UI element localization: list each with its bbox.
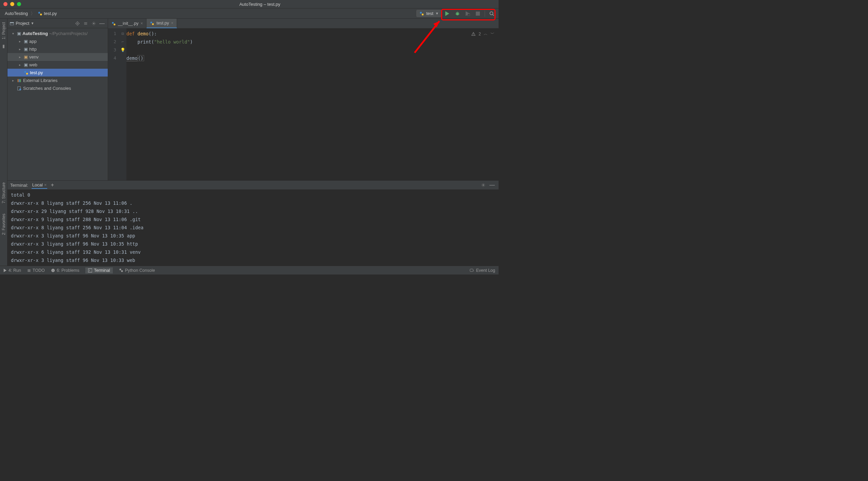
svg-point-34 [19,88,21,90]
chevron-down-icon[interactable]: ▼ [31,21,34,25]
run-button[interactable] [442,9,452,18]
project-tool-button[interactable]: 1: Project [1,22,6,39]
svg-point-19 [77,23,78,24]
function-name: demo [138,31,149,36]
status-run[interactable]: 4: Run [3,268,21,273]
tab-label: __init__.py [118,21,138,26]
tree-file-testpy[interactable]: test.py [7,69,108,77]
close-tab-icon[interactable]: × [140,21,143,26]
status-event-log[interactable]: Event Log [470,268,495,273]
inspection-widget[interactable]: 2 ︿ ﹀ [471,31,494,37]
terminal-icon [88,268,92,272]
tree-folder-web[interactable]: ▸ ▣ web [7,61,108,69]
inspection-count: 2 [479,32,481,36]
chevron-up-icon[interactable]: ︿ [484,31,488,37]
structure-tool-button[interactable]: 7: Structure [1,182,6,203]
close-window-button[interactable] [3,2,7,6]
close-tab-icon[interactable]: × [171,21,173,26]
tree-folder-http[interactable]: ▸ ▣ http [7,45,108,53]
terminal-body[interactable]: total 0 drwxr-xr-x 8 liyang staff 256 No… [7,189,499,266]
chevron-right-icon[interactable]: ▸ [19,63,22,67]
chevron-down-icon[interactable]: ﹀ [490,31,494,37]
fold-marker-icon[interactable]: ⌐ [119,38,126,46]
folder-icon: ▣ [24,39,28,44]
line-number: 1 [108,30,116,38]
tree-root-label: AutoTesting [22,31,48,36]
svg-rect-13 [476,12,480,16]
expand-all-button[interactable] [82,20,89,27]
breadcrumb-root[interactable]: AutoTesting [5,11,28,16]
folder-icon: ▣ [24,62,28,67]
minimize-window-button[interactable] [10,2,14,6]
run-toolbar: test ▼ [416,9,497,18]
list-icon: ≣ [27,268,31,273]
tab-test[interactable]: test.py × [146,19,177,28]
terminal-header: Terminal: Local × + — [7,181,499,189]
maximize-window-button[interactable] [17,2,21,6]
sidebar-header: Project ▼ — [7,19,108,28]
tab-init[interactable]: __init__.py × [108,19,146,28]
add-terminal-button[interactable]: + [51,182,54,188]
titlebar: AutoTesting – test.py [0,0,499,9]
project-icon [10,21,14,26]
stop-button[interactable] [473,9,483,18]
tree-folder-app[interactable]: ▸ ▣ app [7,37,108,45]
svg-rect-35 [112,22,114,23]
breadcrumb-separator-icon: 〉 [31,11,35,17]
traffic-lights [3,2,21,6]
folder-icon: ▣ [17,31,21,36]
tree-folder-venv[interactable]: ▸ ▣ venv [7,53,108,61]
svg-line-10 [458,12,459,13]
terminal-line: drwxr-xr-x 8 liyang staff 256 Nov 13 11:… [11,223,496,232]
status-todo[interactable]: ≣ TODO [27,268,45,273]
tree-item-label: Scratches and Consoles [23,86,71,91]
fold-minus-icon[interactable]: ⊟ [119,30,126,38]
favorites-tool-button[interactable]: 2: Favorites [1,214,6,235]
status-problems[interactable]: ! 6: Problems [51,268,80,273]
tree-item-label: venv [29,54,38,60]
code-content[interactable]: def demo(): print("hello world") demo() [126,28,499,180]
chevron-right-icon[interactable]: ▸ [19,55,22,59]
svg-rect-3 [422,14,423,15]
locate-button[interactable] [74,20,81,27]
python-icon [119,268,123,272]
svg-rect-17 [10,22,14,23]
run-config-dropdown[interactable]: test ▼ [416,10,442,17]
sidebar-title[interactable]: Project [16,21,29,26]
chevron-right-icon[interactable]: ▸ [12,79,16,82]
breadcrumb-file[interactable]: test.py [44,11,57,16]
tree-item-label: http [29,47,37,52]
chevron-right-icon[interactable]: ▸ [19,39,22,43]
terminal-tab-local[interactable]: Local × [32,182,48,189]
svg-line-15 [493,14,494,16]
chevron-right-icon[interactable]: ▸ [19,47,22,51]
python-file-icon [24,70,29,75]
svg-point-27 [93,23,94,24]
settings-button[interactable] [90,20,98,27]
gutter-icons: ⊟ ⌐ 💡 [119,28,126,180]
tree-external-libraries[interactable]: ▸ External Libraries [7,77,108,84]
svg-rect-36 [114,23,116,25]
status-python-console[interactable]: Python Console [119,268,155,273]
run-coverage-button[interactable] [463,9,472,18]
editor-tabs: __init__.py × test.py × [108,19,499,28]
search-everywhere-button[interactable] [487,9,497,18]
library-icon [17,78,22,83]
bookmark-icon[interactable]: ▮ [2,44,5,49]
debug-button[interactable] [453,9,462,18]
project-tree[interactable]: ▾ ▣ AutoTesting ~/PycharmProjects/ ▸ ▣ a… [7,28,108,94]
svg-point-41 [483,184,484,186]
left-tool-rail: 1: Project ▮ [0,19,7,180]
tree-root[interactable]: ▾ ▣ AutoTesting ~/PycharmProjects/ [7,30,108,37]
tree-scratches[interactable]: Scratches and Consoles [7,84,108,92]
close-icon[interactable]: × [44,182,47,187]
function-call: demo [126,55,138,61]
hide-terminal-button[interactable]: — [488,181,496,189]
intention-bulb-icon[interactable]: 💡 [119,46,126,54]
status-terminal[interactable]: Terminal [85,267,112,273]
svg-marker-4 [445,11,449,16]
hide-button[interactable]: — [98,20,106,27]
chevron-down-icon[interactable]: ▾ [12,32,16,35]
code-area[interactable]: 1 2 3 4 ⊟ ⌐ 💡 def demo(): print("hello w… [108,28,499,180]
terminal-settings-button[interactable] [480,181,487,189]
